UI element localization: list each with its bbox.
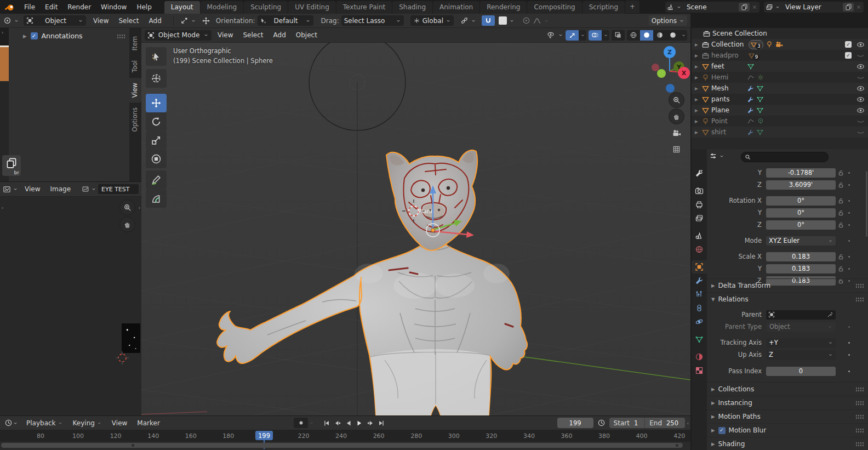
- end-frame-field[interactable]: 250: [666, 419, 685, 427]
- outliner-row-collection[interactable]: ▶Collection3✓: [692, 39, 868, 50]
- workspace-tab-layout[interactable]: Layout: [164, 1, 200, 14]
- workspace-tab-animation[interactable]: Animation: [433, 1, 479, 14]
- pan-hand-button[interactable]: [119, 217, 135, 232]
- prev-keyframe-button[interactable]: [333, 419, 342, 427]
- new-scene-button[interactable]: [739, 3, 750, 12]
- timeline-menu-keying[interactable]: Keying: [68, 419, 107, 427]
- mesh-count-badge[interactable]: 9: [747, 52, 761, 60]
- y-field[interactable]: -0.1788': [766, 168, 836, 178]
- outliner-row-hemi[interactable]: ▶Hemi: [692, 72, 868, 83]
- properties-tab-render[interactable]: [692, 184, 707, 197]
- drag-dropdown[interactable]: Select Lasso: [341, 15, 404, 26]
- rotate-tool[interactable]: [146, 112, 167, 131]
- tool-settings-menu-select[interactable]: Select: [113, 17, 144, 25]
- panel-drag-handle[interactable]: [855, 297, 864, 302]
- show-gizmo-button[interactable]: [566, 30, 579, 41]
- shading-solid-button[interactable]: [640, 30, 653, 41]
- viewport-menu-view[interactable]: View: [213, 31, 238, 39]
- falloff-curve-icon[interactable]: [533, 16, 541, 25]
- panel-drag-handle[interactable]: [855, 401, 864, 406]
- pass-index-field[interactable]: 0: [766, 367, 836, 376]
- y-field[interactable]: 0°: [766, 208, 836, 218]
- timeline-menu-marker[interactable]: Marker: [132, 419, 164, 427]
- properties-search-input[interactable]: [753, 153, 825, 161]
- outliner-row-point[interactable]: ▶Point: [692, 116, 868, 127]
- next-keyframe-button[interactable]: [366, 419, 375, 427]
- tweak-select-tool[interactable]: [146, 47, 167, 66]
- properties-tab-scene[interactable]: [692, 229, 707, 242]
- properties-tab-output[interactable]: [692, 198, 707, 211]
- current-frame-field[interactable]: 199: [557, 418, 593, 428]
- workspace-tab-compositing[interactable]: Compositing: [527, 1, 581, 14]
- expand-icon[interactable]: ▶: [695, 108, 700, 113]
- outliner-row-scene-collection[interactable]: Scene Collection: [692, 28, 868, 39]
- panel-instancing[interactable]: ▶Instancing: [707, 396, 868, 409]
- chevron-down-icon[interactable]: [471, 18, 476, 24]
- panel-motion-paths[interactable]: ▶Motion Paths: [707, 409, 868, 423]
- panel-drag-handle[interactable]: [855, 442, 864, 447]
- workspace-tab-uv-editing[interactable]: UV Editing: [288, 1, 336, 14]
- chevron-down-icon[interactable]: [676, 4, 682, 10]
- properties-tab-particles[interactable]: [692, 288, 707, 301]
- image-name-field[interactable]: EYE TEST: [98, 184, 139, 194]
- transform-tool[interactable]: [146, 150, 167, 168]
- snap-increment-swatch[interactable]: [499, 16, 507, 25]
- properties-tab-physics[interactable]: [692, 315, 707, 328]
- panel-drag-handle[interactable]: [855, 387, 864, 392]
- properties-tab-texture[interactable]: [692, 364, 707, 377]
- show-overlays-button[interactable]: [589, 30, 602, 41]
- expand-icon[interactable]: ▶: [695, 130, 700, 135]
- z-field[interactable]: 3.6099': [766, 180, 836, 190]
- snap-target-icon[interactable]: [460, 16, 469, 25]
- topbar-menu-render[interactable]: Render: [62, 3, 96, 11]
- parent-type-dropdown[interactable]: Object: [766, 322, 836, 332]
- chevron-down-icon[interactable]: [13, 420, 18, 426]
- properties-tab-constraints[interactable]: [692, 301, 707, 315]
- new-view-layer-button[interactable]: [843, 3, 854, 12]
- remove-view-layer-button[interactable]: [855, 4, 862, 10]
- pivot-dropdown[interactable]: Global: [410, 15, 454, 26]
- play-button[interactable]: [355, 419, 364, 427]
- visibility-dropdown-icon[interactable]: [547, 31, 556, 39]
- z-field[interactable]: 0°: [766, 220, 836, 230]
- axis-neg-x-ball[interactable]: [652, 64, 659, 71]
- mode-dropdown[interactable]: Object: [24, 15, 86, 26]
- parent-object-field[interactable]: [766, 310, 836, 320]
- image-icon[interactable]: [82, 185, 89, 193]
- chevron-down-icon[interactable]: [309, 420, 314, 425]
- mesh-count-badge[interactable]: 3: [749, 40, 763, 49]
- measure-tool[interactable]: [146, 189, 167, 208]
- timeline-menu-view[interactable]: View: [107, 419, 132, 427]
- tracking-axis-dropdown[interactable]: +Y: [766, 338, 836, 348]
- panel-motion-blur[interactable]: ▶✓Motion Blur: [707, 423, 868, 437]
- expand-annotations-icon[interactable]: ▶: [23, 33, 27, 39]
- topbar-menu-file[interactable]: File: [19, 3, 40, 11]
- properties-editor-icon[interactable]: [709, 152, 717, 160]
- panel-shading[interactable]: ▶Shading: [707, 437, 868, 450]
- view-layer-name-field[interactable]: View Layer: [782, 3, 841, 11]
- gizmo-dropdown[interactable]: [579, 30, 586, 41]
- chevron-down-icon[interactable]: [775, 4, 780, 10]
- outliner-row-feet[interactable]: ▶feet: [692, 61, 868, 72]
- image-editor-icon[interactable]: [3, 185, 11, 193]
- orientation-dropdown[interactable]: Default: [258, 15, 313, 26]
- viewport-3d[interactable]: Plane Z: [141, 28, 690, 415]
- image-editor-menu-image[interactable]: Image: [45, 185, 76, 193]
- outliner-row-shirt[interactable]: ▶shirt: [692, 127, 868, 138]
- expand-icon[interactable]: ▶: [695, 42, 700, 47]
- proportional-edit-icon[interactable]: [522, 16, 530, 25]
- workspace-tab-rendering[interactable]: Rendering: [480, 1, 527, 14]
- chevron-down-icon[interactable]: [544, 18, 549, 24]
- editor-type-icon[interactable]: [3, 16, 12, 25]
- tool-settings-menu-view[interactable]: View: [88, 17, 113, 25]
- unlink-scene-button[interactable]: [751, 4, 758, 10]
- chevron-down-icon[interactable]: [719, 153, 724, 159]
- rotation-x-field[interactable]: 0°: [766, 196, 836, 206]
- properties-tab-object-data[interactable]: [692, 333, 707, 346]
- expand-icon[interactable]: ▶: [695, 86, 700, 91]
- expand-icon[interactable]: ▶: [695, 97, 700, 102]
- scale-tool[interactable]: [146, 131, 167, 150]
- expand-icon[interactable]: ▶: [695, 53, 700, 58]
- shading-material-button[interactable]: [653, 30, 666, 41]
- use-preview-range-icon[interactable]: [597, 419, 606, 427]
